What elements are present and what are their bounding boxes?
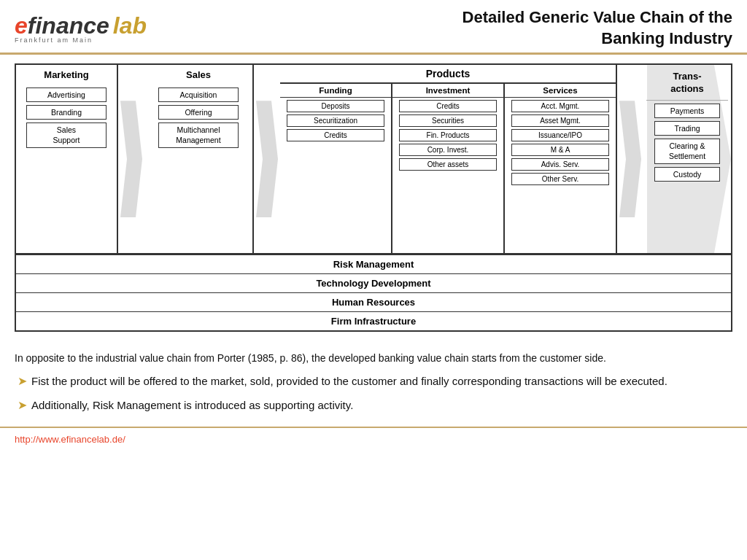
services-item-asset-mgmt: Asset Mgmt. xyxy=(511,114,608,127)
sales-item-offering: Offering xyxy=(158,105,239,120)
investment-item-credits: Credits xyxy=(399,100,496,112)
marketing-item-sales-support: SalesSupport xyxy=(26,122,107,148)
marketing-item-advertising: Advertising xyxy=(26,88,107,102)
funding-item-credits: Credits xyxy=(287,129,384,141)
arrow-products-transactions xyxy=(617,65,643,253)
arrow-shape-1 xyxy=(120,101,142,217)
bullet-arrow-1: ➤ xyxy=(18,374,27,388)
bullet-item-1: ➤ Fist the product will be offered to th… xyxy=(15,373,732,390)
services-column: Services Acct. Mgmt. Asset Mgmt. Issuanc… xyxy=(504,84,616,253)
investment-items: Credits Securities Fin. Products Corp. I… xyxy=(392,98,503,173)
logo-e: e xyxy=(15,12,28,39)
services-item-advis-serv: Advis. Serv. xyxy=(511,158,608,171)
transactions-column: Trans- actions Payments Trading Clearing… xyxy=(643,65,731,253)
services-items: Acct. Mgmt. Asset Mgmt. Issuance/IPO M &… xyxy=(505,98,616,187)
funding-item-securitization: Securitization xyxy=(287,114,384,127)
funding-column: Funding Deposits Securitization Credits xyxy=(280,84,392,253)
value-chain-diagram: Marketing Advertising Branding SalesSupp… xyxy=(15,63,732,332)
transactions-item-clearing: Clearing &Settlement xyxy=(654,139,720,164)
services-item-acct-mgmt: Acct. Mgmt. xyxy=(511,100,608,112)
logo-lab: lab xyxy=(113,12,147,39)
services-item-other-serv: Other Serv. xyxy=(511,173,608,185)
transactions-header: Trans- actions xyxy=(646,68,728,101)
arrow-shape-3 xyxy=(619,101,641,217)
marketing-column: Marketing Advertising Branding SalesSupp… xyxy=(16,65,118,253)
marketing-header: Marketing xyxy=(19,68,114,85)
logo-finance: finance xyxy=(28,12,109,39)
transactions-content: Trans- actions Payments Trading Clearing… xyxy=(643,65,731,187)
investment-item-corp-invest: Corp. Invest. xyxy=(399,144,496,156)
services-header: Services xyxy=(505,84,616,98)
technology-development-row: Technology Development xyxy=(16,273,731,292)
funding-header: Funding xyxy=(280,84,391,98)
footer: http://www.efinancelab.de/ xyxy=(0,427,747,450)
vc-bottom-section: Risk Management Technology Development H… xyxy=(16,254,731,330)
investment-header: Investment xyxy=(392,84,503,98)
investment-item-fin-products: Fin. Products xyxy=(399,129,496,141)
funding-item-deposits: Deposits xyxy=(287,100,384,112)
footer-link[interactable]: http://www.efinancelab.de/ xyxy=(15,434,125,445)
sales-items: Acquisition Offering MultichannelManagem… xyxy=(147,88,249,148)
bullet-arrow-2: ➤ xyxy=(18,398,27,412)
logo-subtitle: Frankfurt am Main xyxy=(15,36,147,44)
human-resources-row: Human Resources xyxy=(16,292,731,311)
investment-item-other-assets: Other assets xyxy=(399,158,496,171)
transactions-items: Payments Trading Clearing &Settlement Cu… xyxy=(646,101,728,184)
page-title: Detailed Generic Value Chain of the Bank… xyxy=(462,7,732,49)
transactions-item-trading: Trading xyxy=(654,121,720,136)
services-item-issuance: Issuance/IPO xyxy=(511,129,608,141)
transactions-item-custody: Custody xyxy=(654,167,720,182)
firm-infrastructure-row: Firm Infrastructure xyxy=(16,311,731,330)
logo: e finance lab Frankfurt am Main xyxy=(15,12,147,44)
arrow-sales-products xyxy=(254,65,280,253)
bullet-item-2: ➤ Additionally, Risk Management is intro… xyxy=(15,397,732,414)
description-main-text: In opposite to the industrial value chai… xyxy=(15,351,732,366)
sales-item-multichannel: MultichannelManagement xyxy=(158,122,239,148)
sales-column: Sales Acquisition Offering MultichannelM… xyxy=(144,65,254,253)
bullet-text-2: Additionally, Risk Management is introdu… xyxy=(31,397,353,414)
vc-top-section: Marketing Advertising Branding SalesSupp… xyxy=(16,65,731,254)
description-section: In opposite to the industrial value chai… xyxy=(0,341,747,427)
sales-item-acquisition: Acquisition xyxy=(158,88,239,102)
risk-management-row: Risk Management xyxy=(16,254,731,273)
funding-items: Deposits Securitization Credits xyxy=(280,98,391,144)
products-column: Products Funding Deposits Securitization… xyxy=(280,65,617,253)
products-header: Products xyxy=(280,65,616,84)
marketing-items: Advertising Branding SalesSupport xyxy=(19,88,114,148)
arrow-marketing-sales xyxy=(118,65,144,253)
products-sub: Funding Deposits Securitization Credits … xyxy=(280,84,616,253)
investment-item-securities: Securities xyxy=(399,114,496,127)
bullet-text-1: Fist the product will be offered to the … xyxy=(31,373,667,390)
header: e finance lab Frankfurt am Main Detailed… xyxy=(0,0,747,55)
transactions-item-payments: Payments xyxy=(654,104,720,118)
services-item-ma: M & A xyxy=(511,144,608,156)
investment-column: Investment Credits Securities Fin. Produ… xyxy=(392,84,504,253)
sales-header: Sales xyxy=(147,68,249,85)
arrow-shape-2 xyxy=(256,101,278,217)
marketing-item-branding: Branding xyxy=(26,105,107,120)
